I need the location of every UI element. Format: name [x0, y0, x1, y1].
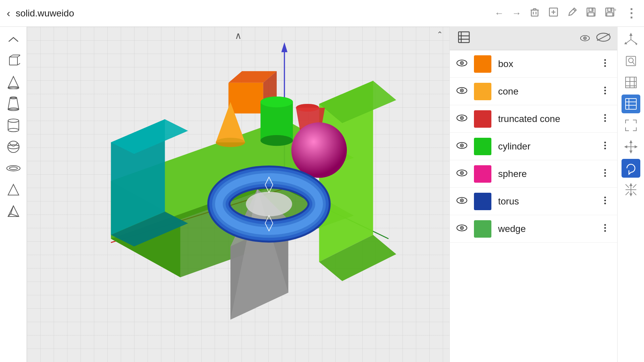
svg-point-95 — [604, 59, 606, 61]
svg-point-115 — [604, 147, 606, 149]
svg-line-26 — [17, 63, 20, 65]
svg-marker-40 — [8, 184, 19, 195]
shape-row-cylinder[interactable]: cylinder — [450, 133, 617, 160]
svg-point-141 — [629, 58, 633, 63]
svg-point-103 — [604, 93, 606, 94]
eye-icon-box[interactable] — [457, 59, 467, 69]
more-menu-button[interactable]: ⋮ — [625, 6, 637, 20]
eye-icon-sphere[interactable] — [457, 169, 467, 179]
more-button-cone[interactable] — [600, 85, 610, 98]
box-tool-icon[interactable] — [4, 52, 23, 70]
svg-rect-83 — [459, 32, 469, 43]
axes-tool-icon[interactable] — [622, 30, 640, 49]
rotate-tool-icon[interactable] — [622, 159, 640, 178]
pyramid-tool-icon[interactable] — [4, 202, 23, 221]
redo-button[interactable]: → — [512, 8, 521, 19]
truncated-cone-tool-icon[interactable] — [4, 95, 23, 113]
svg-point-108 — [604, 117, 606, 119]
cylinder-tool-icon[interactable] — [4, 116, 23, 135]
shape-label-box: box — [498, 59, 593, 69]
shape-row-wedge[interactable]: wedge — [450, 215, 617, 243]
svg-line-162 — [626, 184, 629, 188]
eye-icon-cylinder[interactable] — [457, 142, 467, 151]
search-shape-tool-icon[interactable] — [622, 52, 640, 70]
move-tool-icon[interactable] — [622, 137, 640, 156]
grid-tool-icon[interactable] — [622, 73, 640, 92]
more-button-torus[interactable] — [600, 195, 610, 207]
save-button[interactable] — [586, 7, 596, 20]
prism-tool-icon[interactable] — [4, 180, 23, 199]
shape-label-cylinder: cylinder — [498, 141, 593, 152]
svg-point-89 — [584, 38, 585, 39]
back-button[interactable]: ‹ — [7, 7, 10, 19]
undo-button[interactable]: ← — [494, 8, 504, 19]
more-button-cylinder[interactable] — [600, 140, 610, 153]
svg-rect-68 — [261, 102, 293, 140]
panel-list-icon[interactable] — [457, 30, 471, 47]
color-swatch-sphere — [474, 165, 491, 183]
svg-point-126 — [604, 199, 606, 201]
svg-point-132 — [604, 227, 606, 229]
svg-point-39 — [9, 167, 17, 170]
svg-point-33 — [8, 128, 19, 132]
fit-tool-icon[interactable] — [622, 116, 640, 135]
cone-tool-icon[interactable] — [4, 73, 23, 92]
svg-rect-61 — [228, 83, 263, 114]
svg-point-113 — [604, 141, 606, 143]
more-button-wedge[interactable] — [600, 223, 610, 235]
more-button-truncated_cone[interactable] — [600, 113, 610, 125]
svg-marker-29 — [8, 98, 19, 109]
panel-hide-icon[interactable] — [596, 33, 610, 44]
shape-row-truncated_cone[interactable]: truncated cone — [450, 105, 617, 133]
shape-row-sphere[interactable]: sphere — [450, 160, 617, 188]
delete-button[interactable] — [529, 7, 540, 20]
shape-row-box[interactable]: box — [450, 50, 617, 78]
right-panel: box cone truncated cone cylinder — [449, 27, 617, 362]
svg-line-165 — [633, 192, 636, 195]
shape-row-cone[interactable]: cone — [450, 78, 617, 105]
edit-button[interactable] — [567, 7, 578, 20]
sphere-tool-icon[interactable] — [4, 137, 23, 156]
svg-point-118 — [461, 172, 463, 174]
layers-tool-icon[interactable] — [622, 95, 640, 113]
color-swatch-wedge — [474, 220, 491, 238]
svg-line-164 — [626, 192, 629, 195]
svg-point-121 — [604, 175, 606, 177]
scene-canvas[interactable] — [27, 27, 449, 362]
svg-marker-27 — [8, 76, 19, 88]
svg-point-124 — [461, 200, 463, 201]
svg-rect-20 — [9, 57, 17, 65]
add-button[interactable] — [548, 7, 559, 20]
eye-icon-truncated_cone[interactable] — [457, 114, 467, 124]
shape-label-cone: cone — [498, 86, 593, 97]
svg-line-136 — [626, 40, 631, 44]
svg-line-10 — [573, 9, 575, 11]
topbar: ‹ solid.wuweido ← → — [0, 0, 644, 27]
torus-tool-icon[interactable] — [4, 159, 23, 178]
svg-marker-138 — [635, 43, 637, 45]
shape-label-sphere: sphere — [498, 169, 593, 179]
viewport[interactable]: ∧ ⌃ — [27, 27, 449, 362]
shape-row-torus[interactable]: torus — [450, 188, 617, 215]
svg-point-70 — [261, 97, 293, 107]
eye-icon-wedge[interactable] — [457, 224, 467, 234]
topbar-left: ‹ solid.wuweido — [7, 7, 74, 19]
svg-point-125 — [604, 196, 606, 198]
svg-point-133 — [604, 230, 606, 232]
eye-icon-torus[interactable] — [457, 197, 467, 206]
collapse-icon[interactable] — [4, 30, 23, 49]
color-swatch-truncated_cone — [474, 110, 491, 128]
more-button-box[interactable] — [600, 58, 610, 70]
svg-point-112 — [461, 145, 463, 146]
panel-eye-icon[interactable] — [580, 33, 590, 44]
svg-point-80 — [246, 192, 292, 217]
more-button-sphere[interactable] — [600, 168, 610, 180]
eye-icon-cone[interactable] — [457, 87, 467, 96]
panel-header — [450, 27, 617, 50]
save-as-button[interactable]: + — [604, 7, 617, 20]
svg-point-101 — [604, 86, 606, 88]
left-sidebar — [0, 27, 27, 362]
svg-point-100 — [461, 90, 463, 91]
transform-tool-icon[interactable] — [622, 180, 640, 199]
svg-marker-45 — [281, 42, 287, 52]
